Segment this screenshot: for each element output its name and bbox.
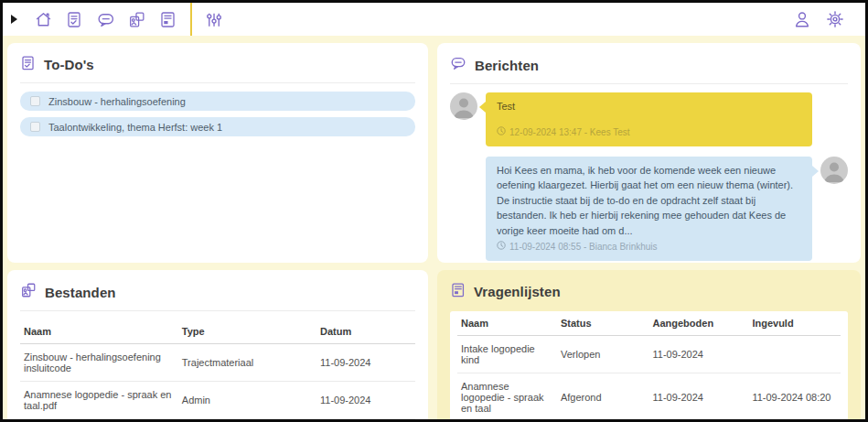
todos-header: To-Do's bbox=[20, 53, 415, 83]
file-name[interactable]: Boerderij - memory link bbox=[20, 419, 178, 420]
profile-button[interactable] bbox=[787, 6, 818, 32]
file-date: 11-09-2024 bbox=[316, 382, 415, 419]
gear-icon bbox=[825, 9, 845, 29]
questionnaire-status: Afgerond bbox=[557, 373, 649, 420]
todo-item[interactable]: Taalontwikkeling, thema Herfst: week 1 bbox=[20, 117, 415, 136]
top-toolbar bbox=[3, 3, 865, 36]
file-name[interactable]: Anamnese logopedie - spraak en taal.pdf bbox=[20, 382, 178, 419]
questionnaire-filled: 11-09-2024 08:20 bbox=[748, 373, 841, 420]
files-icon bbox=[20, 282, 37, 302]
todo-item[interactable]: Zinsbouw - herhalingsoefening bbox=[20, 92, 415, 111]
message-item[interactable]: Test 12-09-2024 13:47 - Kees Test bbox=[450, 92, 848, 146]
messages-header: Berichten bbox=[450, 53, 848, 84]
todos-title: To-Do's bbox=[44, 57, 94, 72]
nav-files-button[interactable] bbox=[121, 6, 152, 32]
q-col-naam: Naam bbox=[457, 311, 557, 336]
toolbar-separator bbox=[190, 3, 192, 36]
q-col-aangeboden: Aangeboden bbox=[648, 311, 748, 336]
todos-panel: To-Do's Zinsbouw - herhalingsoefening Ta… bbox=[7, 43, 428, 263]
q-col-status: Status bbox=[557, 311, 649, 336]
todo-item-label: Zinsbouw - herhalingsoefening bbox=[48, 96, 186, 107]
file-date: 11-09-2024 bbox=[316, 344, 415, 382]
avatar bbox=[450, 92, 477, 120]
avatar bbox=[820, 157, 848, 184]
user-icon bbox=[792, 9, 812, 29]
file-type: Admin bbox=[178, 382, 316, 419]
nav-todos-button[interactable] bbox=[59, 6, 90, 32]
message-meta-text: 11-09-2024 08:55 - Bianca Brinkhuis bbox=[509, 240, 658, 254]
message-text: Test bbox=[497, 99, 801, 114]
message-bubble: Test 12-09-2024 13:47 - Kees Test bbox=[486, 92, 812, 146]
q-col-ingevuld: Ingevuld bbox=[748, 311, 841, 336]
table-row[interactable]: Anamnese logopedie - spraak en taal Afge… bbox=[457, 373, 841, 420]
chat-icon bbox=[450, 55, 466, 75]
checkbox-icon[interactable] bbox=[30, 96, 40, 106]
home-icon bbox=[34, 10, 53, 29]
messages-title: Berichten bbox=[475, 58, 539, 73]
file-name[interactable]: Zinsbouw - herhalingsoefening insluitcod… bbox=[20, 344, 178, 382]
file-date: 11-09-2024 bbox=[316, 419, 415, 420]
files-col-type: Type bbox=[178, 319, 316, 344]
nav-home-button[interactable] bbox=[27, 6, 59, 32]
files-table: Naam Type Datum Zinsbouw - herhalingsoef… bbox=[20, 319, 415, 419]
todo-icon bbox=[20, 55, 36, 74]
file-type: Trajectmateriaal bbox=[178, 344, 316, 382]
files-col-datum: Datum bbox=[316, 319, 415, 344]
table-row[interactable]: Zinsbouw - herhalingsoefening insluitcod… bbox=[20, 344, 415, 382]
chat-icon bbox=[96, 10, 115, 29]
message-meta: 11-09-2024 08:55 - Bianca Brinkhuis bbox=[497, 240, 801, 254]
sliders-icon bbox=[204, 10, 223, 29]
clock-icon bbox=[497, 125, 506, 139]
messages-panel: Berichten Test 12-09-2024 13:47 - Kees T… bbox=[437, 43, 861, 263]
message-item[interactable]: Hoi Kees en mama, ik heb voor de komende… bbox=[450, 157, 848, 262]
questionnaire-offered: 11-09-2024 bbox=[648, 336, 748, 373]
expand-sidebar-button[interactable] bbox=[11, 6, 27, 32]
todo-icon bbox=[65, 10, 83, 28]
questionnaires-panel: Vragenlijsten Naam Status Aangeboden Ing… bbox=[437, 270, 861, 419]
questionnaire-status: Verlopen bbox=[557, 336, 649, 373]
message-text: Hoi Kees en mama, ik heb voor de komende… bbox=[497, 163, 801, 239]
questionnaires-header: Vragenlijsten bbox=[450, 280, 848, 309]
questionnaire-name[interactable]: Intake logopedie kind bbox=[457, 336, 557, 373]
filters-button[interactable] bbox=[198, 6, 229, 32]
settings-button[interactable] bbox=[820, 6, 851, 32]
message-meta: 12-09-2024 13:47 - Kees Test bbox=[497, 125, 801, 139]
nav-messages-button[interactable] bbox=[90, 6, 121, 32]
caret-right-icon bbox=[11, 15, 17, 24]
table-row[interactable]: Anamnese logopedie - spraak en taal.pdf … bbox=[20, 382, 415, 419]
questionnaire-icon bbox=[158, 10, 177, 28]
clock-icon bbox=[497, 240, 506, 254]
toolbar-right-group bbox=[787, 6, 851, 32]
questionnaire-offered: 11-09-2024 bbox=[648, 373, 748, 420]
questionnaire-filled bbox=[748, 336, 841, 373]
table-row[interactable]: Intake logopedie kind Verlopen 11-09-202… bbox=[457, 336, 841, 373]
message-bubble: Hoi Kees en mama, ik heb voor de komende… bbox=[486, 157, 812, 262]
questionnaires-table-card: Naam Status Aangeboden Ingevuld Intake l… bbox=[450, 311, 848, 419]
todo-item-label: Taalontwikkeling, thema Herfst: week 1 bbox=[48, 122, 222, 133]
nav-questionnaires-button[interactable] bbox=[152, 6, 183, 32]
questionnaire-name[interactable]: Anamnese logopedie - spraak en taal bbox=[457, 373, 557, 420]
dashboard-grid: To-Do's Zinsbouw - herhalingsoefening Ta… bbox=[3, 36, 865, 419]
message-meta-text: 12-09-2024 13:47 - Kees Test bbox=[509, 125, 630, 139]
files-col-naam: Naam bbox=[20, 319, 178, 344]
files-panel: Bestanden Naam Type Datum Zinsbouw - her… bbox=[7, 270, 428, 419]
files-header: Bestanden bbox=[20, 280, 415, 311]
checkbox-icon[interactable] bbox=[30, 122, 40, 132]
questionnaire-icon bbox=[450, 282, 466, 301]
questionnaires-table: Naam Status Aangeboden Ingevuld Intake l… bbox=[457, 311, 841, 419]
table-row[interactable]: Boerderij - memory link Trajectmateriaal… bbox=[20, 419, 415, 420]
files-title: Bestanden bbox=[45, 285, 116, 300]
file-type: Trajectmateriaal bbox=[178, 419, 316, 420]
files-icon bbox=[127, 10, 146, 29]
questionnaires-title: Vragenlijsten bbox=[474, 284, 561, 299]
app-window: To-Do's Zinsbouw - herhalingsoefening Ta… bbox=[0, 0, 868, 422]
